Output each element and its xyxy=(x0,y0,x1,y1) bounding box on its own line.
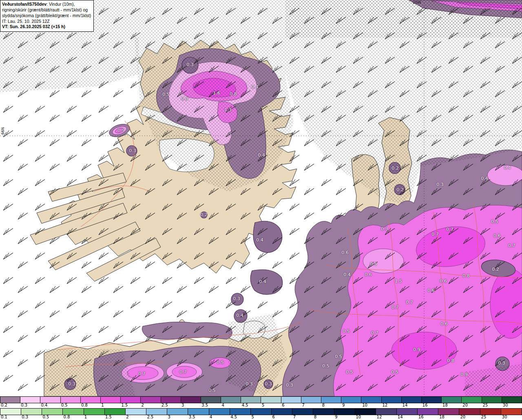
legend-tick-label: 8 xyxy=(322,403,325,407)
legend-segment xyxy=(60,396,81,403)
legend-segment xyxy=(482,396,502,403)
legend-tick-label: 0.8 xyxy=(64,415,70,419)
product-desc: : Vindur (10m), xyxy=(46,2,75,7)
legend-tick-label: 1 xyxy=(84,415,87,419)
legend-segment xyxy=(21,408,42,415)
legend-tick-label: 9 xyxy=(335,415,337,419)
legend-tick-label: 6 xyxy=(282,403,284,407)
legend-segment xyxy=(188,408,209,415)
legend-tick-label: 0.8 xyxy=(81,403,88,407)
legend-tick-label: 10 xyxy=(362,403,367,407)
legend-tick-label: 25 xyxy=(481,415,487,419)
wind-barb-layer xyxy=(0,0,522,396)
legend-segment xyxy=(313,408,334,415)
legend-tick-label: 4 xyxy=(210,415,212,419)
legend-segment xyxy=(146,408,167,415)
legend-tick-label: 25 xyxy=(483,403,488,407)
legend-segment xyxy=(261,396,281,403)
legend-segment xyxy=(167,408,188,415)
legend-tick-label: 4.5 xyxy=(242,403,248,407)
legend-segment xyxy=(480,408,501,415)
legend-segment xyxy=(334,408,355,415)
legend-segment xyxy=(250,408,272,415)
info-line-vt: VT: Sun. 26.10.2025 03Z (+15 h) xyxy=(2,24,91,30)
legend-tick-label: 10 xyxy=(356,415,361,419)
legend-segment xyxy=(321,396,341,403)
legend-tick-label: 0.3 xyxy=(22,415,28,419)
info-line-rain: rigning/skúrir (grænt/blátt/rautt - mm/1… xyxy=(2,7,91,13)
legend-segment xyxy=(230,408,251,415)
legend: 0.20.30.40.50.811.522.533.544.5567891012… xyxy=(0,396,522,420)
legend-segment xyxy=(438,408,459,415)
legend-segment xyxy=(0,408,21,415)
legend-segment xyxy=(161,396,181,403)
legend-tick-label: 8 xyxy=(314,415,316,419)
legend-segment xyxy=(80,396,101,403)
legend-tick-label: 5 xyxy=(251,415,254,419)
legend-tick-label: 30 xyxy=(503,403,508,407)
legend-tick-label: 12 xyxy=(377,415,382,419)
legend-tick-label: 3 xyxy=(168,415,170,419)
legend-segment xyxy=(396,408,418,415)
legend-segment xyxy=(120,396,141,403)
legend-tick-label: 30 xyxy=(502,415,507,419)
legend-tick-label: 0.2 xyxy=(1,403,7,407)
legend-segment xyxy=(502,396,522,403)
legend-tick-label: 5 xyxy=(262,403,264,407)
legend-segment xyxy=(417,408,438,415)
legend-tick-label: 2 xyxy=(142,403,144,407)
legend-tick-label: 12 xyxy=(382,403,387,407)
legend-tick-label: 1 xyxy=(101,403,104,407)
legend-tick-label: 0.1 xyxy=(1,415,7,419)
legend-segment xyxy=(381,396,402,403)
legend-segment xyxy=(209,408,230,415)
legend-tick-label: 7 xyxy=(293,415,296,419)
info-line-it: IT: Lau. 25. 10. 2025 12Z xyxy=(2,19,91,24)
rain-ticks: 0.10.30.50.811.522.533.544.5567891012141… xyxy=(0,415,522,420)
legend-segment xyxy=(341,396,361,403)
legend-segment xyxy=(281,396,301,403)
legend-tick-label: 0.5 xyxy=(61,403,68,407)
legend-tick-label: 0.4 xyxy=(41,403,47,407)
legend-tick-label: 0.3 xyxy=(21,403,27,407)
legend-tick-label: 1.5 xyxy=(105,415,112,419)
legend-segment xyxy=(292,408,313,415)
legend-tick-label: 4.5 xyxy=(230,415,237,419)
info-line-product: Veðurstofan/IS750dev: Vindur (10m), xyxy=(2,2,91,7)
legend-segment xyxy=(355,408,376,415)
parallel-label: 66N xyxy=(1,127,5,135)
legend-segment xyxy=(84,408,105,415)
legend-segment xyxy=(20,396,40,403)
legend-segment xyxy=(361,396,381,403)
legend-tick-label: 6 xyxy=(272,415,275,419)
legend-tick-label: 3 xyxy=(181,403,184,407)
legend-segment xyxy=(100,396,121,403)
legend-segment xyxy=(40,396,60,403)
legend-segment xyxy=(0,396,20,403)
legend-segment xyxy=(140,396,161,403)
weather-map-page: 0.30.50.91.60.80.41.30.90.30.40.20.20.20… xyxy=(0,0,522,420)
legend-segment xyxy=(441,396,462,403)
rain-colorbar xyxy=(0,408,522,415)
legend-tick-label: 14 xyxy=(403,403,408,407)
legend-segment xyxy=(201,396,221,403)
legend-segment xyxy=(181,396,201,403)
legend-segment xyxy=(125,408,146,415)
legend-segment xyxy=(376,408,397,415)
legend-tick-label: 20 xyxy=(462,403,468,407)
legend-segment xyxy=(421,396,442,403)
legend-tick-label: 20 xyxy=(460,415,465,419)
map-svg xyxy=(0,0,522,396)
legend-segment xyxy=(271,408,292,415)
legend-tick-label: 16 xyxy=(422,403,428,407)
legend-segment xyxy=(62,408,84,415)
product-name: Veðurstofan/IS750dev xyxy=(2,2,46,7)
legend-tick-label: 1.5 xyxy=(121,403,128,407)
meridian-label: 20W xyxy=(413,0,421,4)
info-line-snow: slydda/snjókoma (grátt/bleikt/grænt - mm… xyxy=(2,13,91,19)
legend-tick-label: 18 xyxy=(439,415,445,419)
legend-segment xyxy=(461,396,482,403)
legend-tick-label: 14 xyxy=(398,415,403,419)
legend-segment xyxy=(501,408,522,415)
legend-segment xyxy=(401,396,422,403)
